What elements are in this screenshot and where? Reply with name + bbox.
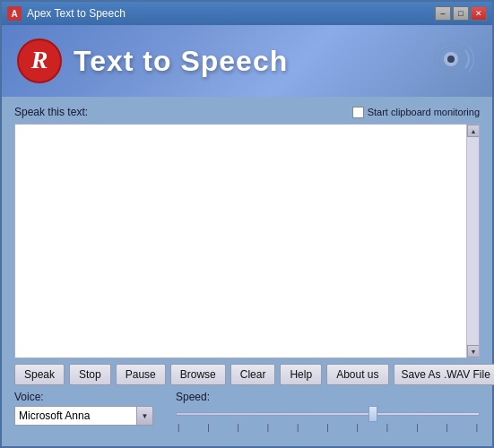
- tick-3: |: [238, 423, 239, 432]
- help-button[interactable]: Help: [280, 364, 322, 385]
- scroll-up-button[interactable]: ▲: [467, 125, 480, 137]
- slider-thumb[interactable]: [368, 406, 377, 422]
- header-banner: R Text to Speech: [2, 25, 492, 97]
- slider-track-wrapper: [176, 406, 480, 422]
- scroll-track[interactable]: [467, 137, 479, 345]
- speed-section: Speed: | | | | | | |: [176, 391, 480, 432]
- maximize-button[interactable]: □: [453, 6, 469, 21]
- voice-select[interactable]: Microsoft Anna Microsoft Sam Microsoft M…: [15, 407, 136, 425]
- about-button[interactable]: About us: [326, 364, 388, 385]
- voice-section: Voice: Microsoft Anna Microsoft Sam Micr…: [14, 391, 158, 426]
- bottom-row: Voice: Microsoft Anna Microsoft Sam Micr…: [14, 391, 480, 437]
- clipboard-checkbox[interactable]: [352, 107, 364, 118]
- tick-6: |: [326, 423, 328, 432]
- clipboard-label: Start clipboard monitoring: [368, 107, 480, 117]
- scrollbar: ▲ ▼: [466, 125, 479, 358]
- slider-container: | | | | | | | | | | |: [176, 406, 480, 432]
- slider-track[interactable]: [176, 412, 480, 416]
- title-bar-left: A Apex Text to Speech: [7, 6, 126, 21]
- close-button[interactable]: ✕: [471, 6, 487, 21]
- clear-button[interactable]: Clear: [230, 364, 276, 385]
- title-bar: A Apex Text to Speech – □ ✕: [2, 2, 492, 25]
- scroll-down-button[interactable]: ▼: [467, 345, 480, 358]
- app-logo: R: [16, 38, 63, 84]
- text-area-wrapper: ▲ ▼: [14, 124, 480, 358]
- tick-4: |: [267, 423, 269, 432]
- window-title: Apex Text to Speech: [27, 7, 126, 20]
- slider-ticks: | | | | | | | | | | |: [176, 423, 480, 432]
- tick-2: |: [207, 423, 209, 432]
- svg-point-7: [447, 56, 455, 63]
- tick-5: |: [297, 423, 299, 432]
- tick-1: |: [178, 423, 179, 432]
- tick-8: |: [386, 423, 388, 432]
- buttons-row: Speak Stop Pause Browse Clear Help About…: [14, 364, 480, 385]
- tick-7: |: [357, 423, 359, 432]
- voice-select-wrapper: Microsoft Anna Microsoft Sam Microsoft M…: [14, 406, 153, 426]
- speaker-icon: [424, 34, 478, 88]
- app-title: Text to Speech: [74, 45, 288, 78]
- tick-11: |: [476, 423, 478, 432]
- clipboard-check: Start clipboard monitoring: [352, 107, 480, 118]
- pause-button[interactable]: Pause: [116, 364, 166, 385]
- speak-button[interactable]: Speak: [14, 364, 65, 385]
- save-wav-button[interactable]: Save As .WAV File: [394, 364, 494, 385]
- tick-10: |: [446, 423, 447, 432]
- voice-label: Voice:: [14, 391, 158, 403]
- app-window: A Apex Text to Speech – □ ✕ R Text to Sp…: [0, 0, 494, 448]
- clipboard-row: Speak this text: Start clipboard monitor…: [14, 106, 480, 118]
- speak-label: Speak this text:: [14, 106, 88, 118]
- main-content: Speak this text: Start clipboard monitor…: [2, 97, 492, 446]
- banner-left: R Text to Speech: [16, 38, 288, 84]
- minimize-button[interactable]: –: [435, 6, 451, 21]
- stop-button[interactable]: Stop: [69, 364, 111, 385]
- browse-button[interactable]: Browse: [170, 364, 226, 385]
- svg-text:R: R: [30, 46, 48, 73]
- voice-dropdown-arrow[interactable]: ▼: [136, 407, 152, 425]
- app-icon: A: [7, 6, 22, 21]
- speed-label: Speed:: [176, 391, 480, 403]
- tick-9: |: [416, 423, 418, 432]
- speech-textarea[interactable]: [15, 125, 466, 358]
- title-bar-controls: – □ ✕: [435, 6, 487, 21]
